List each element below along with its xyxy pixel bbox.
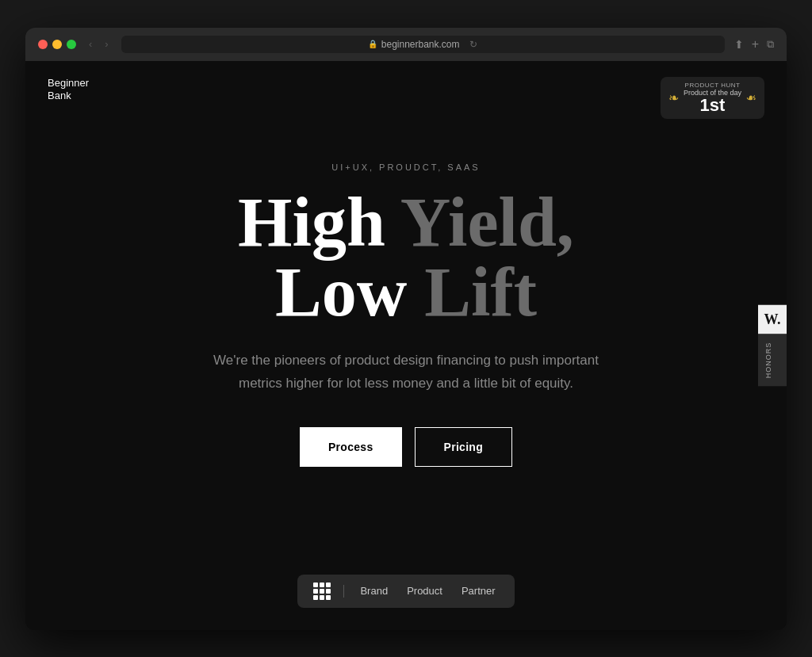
hero-description: We're the pioneers of product design fin… (200, 350, 612, 395)
side-widget-letter: W. (758, 304, 787, 334)
nav-divider (343, 585, 344, 598)
tabs-icon[interactable]: ⧉ (767, 38, 774, 51)
nav-item-brand[interactable]: Brand (357, 583, 391, 598)
grid-dot (326, 583, 331, 587)
hero-title-low: Low (275, 254, 424, 330)
hero-buttons: Process Pricing (300, 427, 512, 467)
share-icon[interactable]: ⬆ (734, 38, 744, 51)
grid-dot (313, 583, 318, 587)
hero-title-yield: Yield, (400, 184, 574, 261)
url-text: beginnerbank.com (381, 39, 460, 50)
bottom-nav-inner: Brand Product Partner (297, 575, 514, 608)
browser-window: ‹ › 🔒 beginnerbank.com ↻ ⬆ + ⧉ Beginner … (25, 28, 787, 630)
traffic-lights (38, 40, 76, 49)
grid-dot (320, 595, 324, 600)
browser-actions: ⬆ + ⧉ (734, 37, 774, 52)
pricing-button[interactable]: Pricing (415, 427, 513, 467)
back-button[interactable]: ‹ (86, 36, 95, 52)
page-content: Beginner Bank ❧ PRODUCT HUNT Product of … (25, 61, 787, 630)
grid-dot (313, 589, 318, 594)
grid-dot (326, 589, 331, 594)
hero-title: High Yield, Low Lift (238, 188, 574, 327)
grid-icon[interactable] (313, 583, 331, 600)
browser-nav-controls: ‹ › (86, 36, 112, 52)
grid-dot (320, 583, 324, 587)
lock-icon: 🔒 (369, 40, 377, 48)
new-tab-icon[interactable]: + (752, 37, 759, 52)
laurel-right-icon: ❧ (746, 90, 756, 105)
browser-chrome: ‹ › 🔒 beginnerbank.com ↻ ⬆ + ⧉ (25, 28, 787, 61)
grid-dot (326, 595, 331, 600)
grid-dot (313, 595, 318, 600)
side-widget[interactable]: W. Honors (758, 304, 787, 386)
hero-title-lift: Lift (424, 254, 537, 330)
process-button[interactable]: Process (300, 427, 402, 467)
hero-title-line2: Low Lift (238, 258, 574, 327)
ph-label: PRODUCT HUNT (684, 82, 741, 89)
bottom-nav: Brand Product Partner (25, 575, 787, 630)
close-button[interactable] (38, 40, 48, 49)
nav-item-product[interactable]: Product (404, 583, 446, 598)
grid-dot (320, 589, 324, 594)
hero-title-high: High (238, 184, 400, 261)
side-widget-honors: Honors (758, 334, 787, 386)
hero-section: UI+UX, PROUDCT, SAAS High Yield, Low Lif… (25, 103, 787, 575)
hero-title-line1: High Yield, (238, 188, 574, 258)
minimize-button[interactable] (52, 40, 62, 49)
reload-icon[interactable]: ↻ (469, 39, 477, 50)
maximize-button[interactable] (67, 40, 76, 49)
address-bar[interactable]: 🔒 beginnerbank.com ↻ (121, 36, 725, 53)
logo-line1: Beginner (48, 77, 89, 89)
forward-button[interactable]: › (102, 36, 111, 52)
logo-line2: Bank (48, 90, 71, 101)
hero-subtitle: UI+UX, PROUDCT, SAAS (331, 162, 480, 172)
nav-item-partner[interactable]: Partner (458, 583, 499, 598)
logo: Beginner Bank (48, 77, 89, 104)
